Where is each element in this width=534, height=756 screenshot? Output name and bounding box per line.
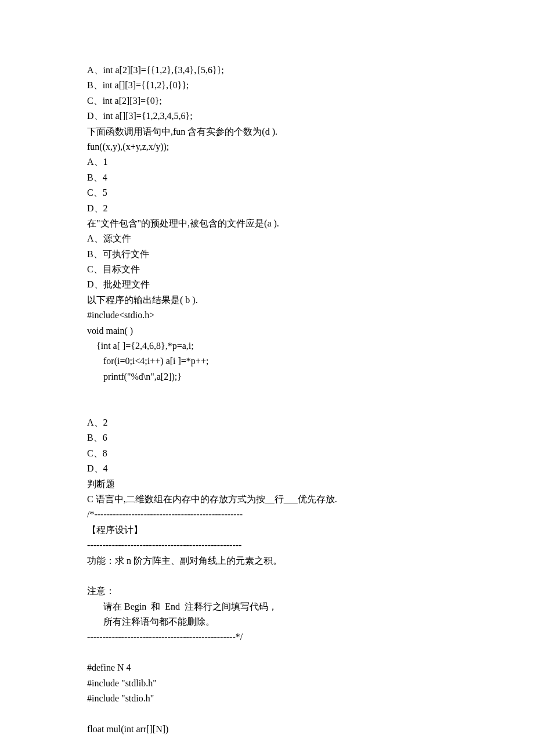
text-line: C、8	[87, 446, 447, 461]
text-line: 下面函数调用语句中,fun 含有实参的个数为(d ).	[87, 124, 447, 139]
text-line	[87, 645, 447, 660]
text-line: #include "stdio.h"	[87, 691, 447, 706]
text-line: C 语言中,二维数组在内存中的存放方式为按__行___优先存放.	[87, 492, 447, 507]
text-line: 【程序设计】	[87, 523, 447, 538]
text-line: B、6	[87, 430, 447, 445]
text-line: for(i=0;i<4;i++) a[i ]=*p++;	[87, 354, 447, 369]
text-line: B、可执行文件	[87, 247, 447, 262]
text-line: printf("%d\n",a[2]);}	[87, 369, 447, 384]
text-line: #define N 4	[87, 660, 447, 675]
text-line: {int a[ ]={2,4,6,8},*p=a,i;	[87, 339, 447, 354]
text-line: void main( )	[87, 323, 447, 339]
text-line: 以下程序的输出结果是( b ).	[87, 293, 447, 308]
text-line: #include<stdio.h>	[87, 308, 447, 323]
page-content: A、int a[2][3]={{1,2},{3,4},{5,6}}; B、int…	[0, 0, 534, 756]
text-line: ----------------------------------------…	[87, 538, 447, 553]
text-line	[87, 568, 447, 584]
text-line: ----------------------------------------…	[87, 629, 447, 645]
text-line: float mul(int arr[][N])	[87, 722, 447, 737]
text-line: B、int a[][3]={{1,2},{0}};	[87, 78, 447, 93]
text-line: 请在 Begin 和 End 注释行之间填写代码，	[87, 599, 447, 614]
text-line: A、2	[87, 415, 447, 430]
text-line: 所有注释语句都不能删除。	[87, 614, 447, 629]
text-line: B、4	[87, 170, 447, 185]
text-line: /*--------------------------------------…	[87, 507, 447, 522]
text-line: D、批处理文件	[87, 277, 447, 292]
text-line	[87, 706, 447, 721]
text-line: 在"文件包含"的预处理中,被包含的文件应是(a ).	[87, 216, 447, 231]
text-line: A、1	[87, 154, 447, 170]
text-line: D、4	[87, 461, 447, 476]
text-line: A、源文件	[87, 231, 447, 246]
text-line: fun((x,y),(x+y,z,x/y));	[87, 139, 447, 154]
text-line: #include "stdlib.h"	[87, 676, 447, 691]
text-line	[87, 384, 447, 399]
text-line: A、int a[2][3]={{1,2},{3,4},{5,6}};	[87, 63, 447, 78]
text-line: C、5	[87, 185, 447, 200]
text-line: 注意：	[87, 584, 447, 599]
text-line: D、int a[][3]={1,2,3,4,5,6};	[87, 109, 447, 124]
text-line: 判断题	[87, 477, 447, 492]
text-line: C、目标文件	[87, 262, 447, 277]
text-line: C、int a[2][3]={0};	[87, 93, 447, 109]
text-line: 功能：求 n 阶方阵主、副对角线上的元素之积。	[87, 553, 447, 568]
text-line: D、2	[87, 201, 447, 216]
text-line	[87, 400, 447, 415]
